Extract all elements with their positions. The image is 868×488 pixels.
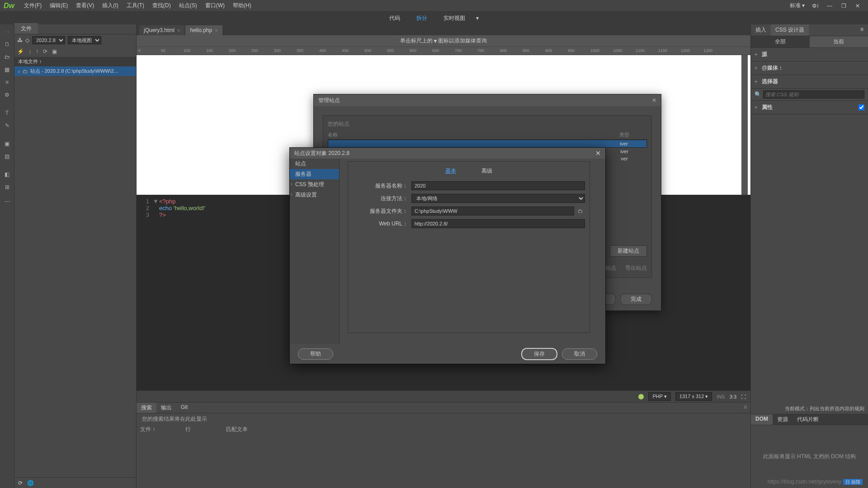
- close-icon[interactable]: ✕: [595, 150, 601, 157]
- css-designer-panel: 插入 CSS 设计器 ≡ 全部 当前 +源 +@媒体： +选择器 🔍 +属性 当…: [750, 24, 868, 488]
- layout-selector[interactable]: 标准 ▾: [786, 2, 808, 9]
- view-code[interactable]: 代码: [386, 13, 404, 24]
- server-tab-basic[interactable]: 基本: [433, 166, 469, 176]
- status-position: 3:3: [730, 394, 736, 399]
- site-cancel-button[interactable]: 取消: [562, 348, 597, 360]
- your-sites-header: 您的站点: [328, 120, 647, 128]
- files-tab[interactable]: 文件: [14, 23, 38, 34]
- new-site-button[interactable]: 新建站点: [610, 245, 647, 257]
- media-add-icon[interactable]: ▼: [433, 38, 438, 44]
- menu-edit[interactable]: 编辑(E): [46, 2, 72, 9]
- menu-insert[interactable]: 插入(I): [98, 2, 122, 9]
- gear-icon[interactable]: ⚙: [0, 89, 14, 101]
- close-icon[interactable]: ✕: [652, 97, 656, 103]
- sync-settings-icon[interactable]: ⚙︎⁞: [808, 3, 822, 9]
- panel-menu-icon[interactable]: ≡: [740, 403, 750, 413]
- status-lang[interactable]: PHP ▾: [648, 392, 670, 401]
- close-icon[interactable]: ✕: [851, 3, 864, 9]
- export-site-link[interactable]: 导出站点: [625, 264, 647, 272]
- server-tab-advanced[interactable]: 高级: [469, 166, 505, 176]
- refresh-icon[interactable]: ⟳: [43, 48, 47, 55]
- status-ok-icon[interactable]: [638, 394, 644, 399]
- panel-tab-insert[interactable]: 插入: [751, 24, 771, 36]
- show-set-checkbox[interactable]: [859, 104, 864, 110]
- nav-site[interactable]: 站点: [290, 159, 339, 169]
- input-web-url[interactable]: [411, 219, 585, 228]
- search-tab-git[interactable]: Git: [176, 403, 192, 413]
- put-icon[interactable]: ↑: [36, 48, 38, 55]
- media-query-hint: 单击标尺上的 ▼ 图标以添加媒体查询: [137, 35, 750, 47]
- tool-layers-icon[interactable]: ▤: [0, 150, 14, 163]
- media-dropdown-track[interactable]: [741, 55, 748, 195]
- nav-css-preproc[interactable]: CSS 预处理: [290, 179, 339, 190]
- css-subtab-all[interactable]: 全部: [751, 36, 810, 47]
- css-search-input[interactable]: [763, 90, 864, 99]
- file-open-icon[interactable]: 🗁: [0, 51, 14, 63]
- files-panel: 文件 🖧 ◇ 2020.2.8 本地视图 ⚡ ↓ ↑ ⟳ ▣ 本地文件 ↑ › …: [14, 24, 137, 488]
- view-live[interactable]: 实时视图: [440, 13, 469, 24]
- menu-view[interactable]: 查看(V): [72, 2, 98, 9]
- input-server-folder[interactable]: [411, 206, 574, 216]
- get-icon[interactable]: ↓: [28, 48, 31, 55]
- site-save-button[interactable]: 保存: [521, 348, 557, 360]
- image-icon[interactable]: ▦: [0, 63, 14, 76]
- tool-color-icon[interactable]: ◧: [0, 168, 14, 181]
- tab-close-icon[interactable]: ×: [177, 28, 180, 33]
- tab-close-icon[interactable]: ×: [215, 28, 217, 33]
- panel-tab-css[interactable]: CSS 设计器: [771, 24, 809, 36]
- file-new-icon[interactable]: 🗋: [0, 38, 14, 51]
- snippets-tab[interactable]: 代码片断: [793, 414, 823, 425]
- view-split[interactable]: 拆分: [413, 13, 431, 24]
- view-select[interactable]: 本地视图: [68, 36, 101, 44]
- sync-icon[interactable]: ◇: [25, 37, 29, 43]
- add-prop-icon[interactable]: +: [755, 104, 762, 111]
- tool-wand-icon[interactable]: ✎: [0, 119, 14, 132]
- menu-tools[interactable]: 工具(T): [123, 2, 148, 9]
- site-help-button[interactable]: 帮助: [298, 348, 333, 360]
- tool-text-icon[interactable]: T: [0, 107, 14, 119]
- list-icon[interactable]: ≡: [0, 76, 14, 89]
- ftp-icon[interactable]: 🖧: [17, 37, 23, 43]
- site-select[interactable]: 2020.2.8: [32, 36, 65, 44]
- site-root-row[interactable]: › 🗀 站点 - 2020.2.8 (C:\phpStudy\WWW\2...: [14, 66, 136, 76]
- add-selector-icon[interactable]: +: [755, 79, 762, 85]
- dom-tab[interactable]: DOM: [751, 414, 773, 425]
- fullscreen-icon[interactable]: ⛶: [741, 394, 746, 399]
- minimize-icon[interactable]: —: [822, 3, 837, 9]
- css-subtab-current[interactable]: 当前: [810, 36, 868, 47]
- add-source-icon[interactable]: +: [755, 52, 762, 58]
- site-setup-nav: 站点 服务器 CSS 预处理 高级设置: [290, 159, 340, 344]
- tool-grid-icon[interactable]: ⊞: [0, 181, 14, 193]
- menu-file[interactable]: 文件(F): [20, 2, 46, 9]
- globe-icon[interactable]: 🌐: [27, 480, 34, 486]
- tool-panel-icon[interactable]: ▣: [0, 137, 14, 150]
- ruler[interactable]: 0501001502002503003504004505005506006507…: [137, 47, 750, 55]
- menu-help[interactable]: 帮助(H): [229, 2, 255, 9]
- tab-hello[interactable]: hello.php×: [185, 25, 222, 35]
- panel-menu-icon[interactable]: ≡: [856, 24, 868, 36]
- menu-window[interactable]: 窗口(W): [201, 2, 229, 9]
- nav-advanced[interactable]: 高级设置: [290, 190, 339, 200]
- search-tab-search[interactable]: 搜索: [137, 403, 156, 413]
- chevron-down-icon[interactable]: ▾: [472, 13, 482, 23]
- nav-servers[interactable]: 服务器: [290, 169, 339, 179]
- add-media-icon[interactable]: +: [755, 65, 762, 71]
- manage-done-button[interactable]: 完成: [620, 294, 652, 305]
- tree-header[interactable]: 本地文件 ↑: [14, 57, 136, 66]
- refresh-bottom-icon[interactable]: ⟳: [18, 480, 23, 486]
- view-mode-bar: 代码 拆分 实时视图 ▾: [0, 12, 868, 24]
- tab-jquery[interactable]: jQuery3.html×: [139, 25, 184, 35]
- search-tab-output[interactable]: 输出: [156, 403, 176, 413]
- browse-folder-icon[interactable]: 🗀: [576, 208, 585, 214]
- menu-site[interactable]: 站点(S): [175, 2, 201, 9]
- expand-icon[interactable]: ▣: [52, 48, 57, 55]
- menu-find[interactable]: 查找(D): [148, 2, 175, 9]
- more-tools-icon[interactable]: ⋯: [0, 195, 14, 208]
- document-tabs: jQuery3.html× hello.php×: [137, 24, 750, 35]
- status-dimensions[interactable]: 1317 x 312 ▾: [675, 392, 712, 401]
- connect-icon[interactable]: ⚡: [17, 48, 24, 55]
- select-connect-method[interactable]: 本地/网络: [411, 194, 585, 203]
- input-server-name[interactable]: [411, 181, 585, 190]
- restore-icon[interactable]: ❐: [837, 3, 851, 9]
- assets-tab[interactable]: 资源: [773, 414, 793, 425]
